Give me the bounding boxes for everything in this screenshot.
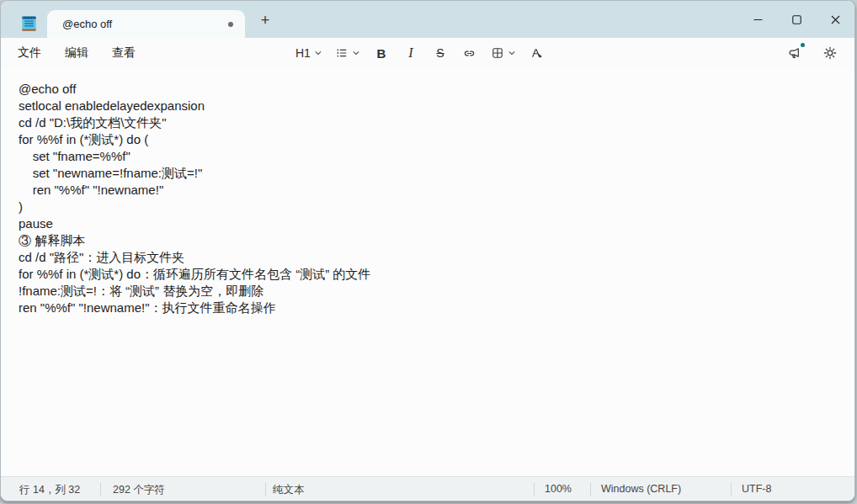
chevron-down-icon bbox=[352, 49, 360, 57]
heading-label: H1 bbox=[295, 46, 311, 60]
editor-line: setlocal enabledelayedexpansion bbox=[19, 98, 846, 114]
italic-button[interactable]: I bbox=[399, 41, 423, 65]
gear-icon bbox=[822, 45, 838, 61]
text-editor[interactable]: @echo off setlocal enabledelayedexpansio… bbox=[1, 68, 854, 476]
bold-label: B bbox=[376, 46, 386, 61]
plus-icon: + bbox=[261, 12, 270, 29]
tab-title: @echo off bbox=[62, 18, 228, 30]
clear-formatting-icon bbox=[530, 46, 544, 61]
window-controls bbox=[738, 1, 854, 38]
line-ending[interactable]: Windows (CRLF) bbox=[601, 483, 681, 495]
menu-file[interactable]: 文件 bbox=[9, 41, 50, 65]
status-divider bbox=[100, 483, 101, 496]
bold-button[interactable]: B bbox=[370, 41, 393, 65]
encoding[interactable]: UTF-8 bbox=[742, 483, 771, 495]
minimize-button[interactable] bbox=[738, 1, 777, 38]
editor-line: ren "%%f" "!newname!" bbox=[19, 182, 846, 199]
editor-line: for %%f in (*测试*) do ( bbox=[19, 131, 846, 148]
maximize-button[interactable] bbox=[777, 1, 816, 38]
link-icon bbox=[462, 46, 476, 61]
settings-button[interactable] bbox=[817, 40, 843, 66]
format-toolbar: H1 B I bbox=[292, 38, 549, 68]
close-button[interactable] bbox=[816, 1, 854, 38]
menu-bar: 文件 编辑 查看 bbox=[1, 41, 144, 65]
doc-format: 纯文本 bbox=[273, 483, 305, 497]
title-bar: @echo off + bbox=[1, 1, 854, 38]
editor-line: set "fname=%%f" bbox=[19, 148, 846, 165]
new-tab-button[interactable]: + bbox=[251, 8, 279, 33]
menu-view[interactable]: 查看 bbox=[104, 41, 144, 65]
strikethrough-button[interactable]: S bbox=[428, 41, 452, 65]
zoom-level[interactable]: 100% bbox=[545, 483, 572, 495]
status-divider bbox=[265, 483, 266, 496]
editor-line: ③ 解释脚本 bbox=[19, 232, 846, 249]
editor-line: pause bbox=[19, 215, 846, 232]
notification-dot-icon bbox=[801, 43, 805, 47]
notepad-window: @echo off + bbox=[0, 0, 855, 501]
cursor-position: 行 14，列 32 bbox=[19, 483, 80, 497]
editor-line: ) bbox=[19, 199, 846, 215]
megaphone-icon bbox=[787, 45, 803, 61]
strikethrough-label: S bbox=[436, 46, 444, 60]
clear-formatting-button[interactable] bbox=[525, 41, 549, 65]
status-divider bbox=[534, 483, 535, 496]
list-button[interactable] bbox=[332, 41, 364, 65]
status-divider bbox=[731, 483, 732, 496]
editor-line: cd /d "路径"：进入目标文件夹 bbox=[19, 249, 846, 266]
status-bar: 行 14，列 32 292 个字符 纯文本 100% Windows (CRLF… bbox=[1, 476, 854, 501]
toolbar-right bbox=[782, 38, 843, 68]
chevron-down-icon bbox=[508, 49, 516, 57]
table-button[interactable] bbox=[487, 41, 519, 65]
notepad-app-icon bbox=[19, 13, 39, 34]
char-count: 292 个字符 bbox=[113, 483, 165, 497]
table-icon bbox=[491, 46, 504, 60]
command-bar: 文件 编辑 查看 H1 bbox=[1, 38, 854, 68]
maximize-icon bbox=[792, 15, 801, 24]
unsaved-dot-icon bbox=[228, 22, 233, 27]
link-button[interactable] bbox=[458, 41, 482, 65]
tab-echo-off[interactable]: @echo off bbox=[47, 10, 245, 38]
status-divider bbox=[590, 483, 591, 496]
editor-line: set "newname=!fname:测试=!" bbox=[19, 165, 846, 182]
editor-line: ren "%%f" "!newname!"：执行文件重命名操作 bbox=[19, 300, 846, 316]
minimize-icon bbox=[753, 15, 763, 24]
editor-line: !fname:测试=!：将 “测试” 替换为空，即删除 bbox=[19, 283, 846, 300]
menu-edit[interactable]: 编辑 bbox=[56, 41, 97, 65]
announcement-button[interactable] bbox=[782, 40, 807, 66]
editor-line: cd /d "D:\我的文档\文件夹" bbox=[19, 114, 846, 131]
editor-line: @echo off bbox=[19, 81, 846, 98]
italic-label: I bbox=[408, 45, 413, 61]
heading-button[interactable]: H1 bbox=[292, 41, 326, 65]
bulleted-list-icon bbox=[335, 46, 349, 60]
chevron-down-icon bbox=[314, 49, 322, 57]
close-icon bbox=[831, 15, 840, 24]
editor-line: for %%f in (*测试*) do：循环遍历所有文件名包含 “测试” 的文… bbox=[19, 266, 846, 283]
